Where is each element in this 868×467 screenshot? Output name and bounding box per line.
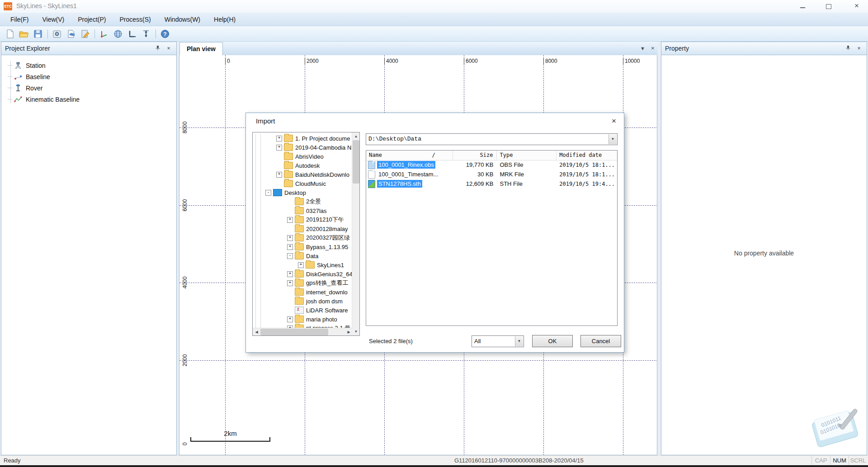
tree-expander[interactable]: + bbox=[287, 316, 293, 322]
folder-tree-item[interactable]: 2全景 bbox=[253, 197, 353, 206]
scroll-right-icon[interactable]: ▶ bbox=[345, 328, 353, 336]
pin-icon[interactable] bbox=[155, 45, 162, 52]
open-folder-icon[interactable] bbox=[19, 28, 29, 39]
folder-tree-item[interactable]: + DiskGenius32_64 bbox=[253, 269, 353, 278]
close-button[interactable]: × bbox=[846, 0, 867, 13]
x-axis-tick-label: 2000 bbox=[305, 58, 319, 64]
coordinate-axes-icon[interactable] bbox=[99, 28, 109, 39]
folder-tree-item[interactable]: CloudMusic bbox=[253, 179, 353, 188]
tree-expander[interactable]: + bbox=[287, 271, 293, 277]
folder-tree-item[interactable]: - Desktop bbox=[253, 188, 353, 197]
vertical-scrollbar[interactable]: ▲ ▼ bbox=[352, 132, 359, 335]
svg-text:?: ? bbox=[163, 31, 166, 37]
tab-plan-view[interactable]: Plan view bbox=[179, 42, 223, 56]
tree-item-station[interactable]: Station bbox=[1, 60, 176, 71]
tree-expander[interactable]: + bbox=[287, 217, 293, 223]
scroll-down-icon[interactable]: ▼ bbox=[352, 328, 360, 335]
title-bar: STC SkyLines - SkyLines1 × bbox=[0, 0, 868, 13]
toolbar-separator bbox=[47, 29, 48, 38]
file-row[interactable]: 100_0001_Timestam... 30 KB MRK File 2019… bbox=[366, 170, 617, 179]
folder-tree-item[interactable]: - Data bbox=[253, 251, 353, 260]
save-icon[interactable] bbox=[33, 28, 43, 39]
menu-item[interactable]: Project(P) bbox=[71, 13, 113, 26]
menu-item[interactable]: View(V) bbox=[35, 13, 71, 26]
import-page-icon[interactable] bbox=[66, 28, 76, 39]
maximize-button[interactable] bbox=[818, 0, 839, 13]
filter-combobox[interactable]: All ▼ bbox=[472, 335, 524, 347]
tree-expander[interactable]: + bbox=[276, 172, 282, 178]
edit-page-icon[interactable] bbox=[80, 28, 90, 39]
folder-tree-item[interactable]: + BaiduNetdiskDownlo bbox=[253, 170, 353, 179]
tree-expander[interactable]: + bbox=[287, 280, 293, 286]
taskbar-sliver bbox=[0, 465, 868, 467]
binary-notepad-watermark: 0101011 0101010 bbox=[807, 403, 864, 450]
scrollbar-thumb[interactable] bbox=[260, 329, 328, 335]
minimize-button[interactable] bbox=[792, 0, 813, 13]
window-title: SkyLines - SkyLines1 bbox=[16, 2, 77, 9]
close-icon[interactable]: × bbox=[651, 45, 655, 52]
tree-expander[interactable]: + bbox=[298, 262, 304, 268]
column-header-size[interactable]: Size bbox=[453, 151, 497, 160]
chevron-down-icon[interactable]: ▼ bbox=[640, 46, 645, 51]
folder-tree-item[interactable]: + Bypass_1.13.95 bbox=[253, 242, 353, 251]
y-axis-tick-label: 0 bbox=[182, 434, 188, 453]
close-icon[interactable]: × bbox=[165, 45, 172, 52]
help-icon[interactable]: ? bbox=[160, 28, 170, 39]
tree-item-baseline[interactable]: Baseline bbox=[1, 71, 176, 82]
close-icon[interactable]: × bbox=[609, 117, 618, 126]
menu-item[interactable]: File(F) bbox=[4, 13, 35, 26]
folder-tree-item[interactable]: 0327las bbox=[253, 206, 353, 215]
folder-tree-item[interactable]: internet_downlo bbox=[253, 288, 353, 297]
ok-button[interactable]: OK bbox=[532, 335, 573, 347]
tree-expander[interactable]: - bbox=[287, 253, 293, 259]
menu-item[interactable]: Help(H) bbox=[207, 13, 242, 26]
tree-item-kinematic-baseline[interactable]: Kinematic Baseline bbox=[1, 94, 176, 105]
scrollbar-thumb[interactable] bbox=[353, 140, 359, 184]
folder-tree-item[interactable]: josh dom dsm bbox=[253, 297, 353, 306]
folder-tree-item[interactable]: 20200128malay bbox=[253, 224, 353, 233]
folder-tree-item[interactable]: AbrisVideo bbox=[253, 152, 353, 161]
key-indicator: SCRL bbox=[849, 456, 867, 466]
folder-tree-item[interactable]: + gps转换_查看工 bbox=[253, 278, 353, 288]
folder-tree-item[interactable]: + 20200327园区绿 bbox=[253, 233, 353, 242]
project-settings-icon[interactable] bbox=[52, 28, 62, 39]
chevron-down-icon[interactable]: ▼ bbox=[609, 134, 617, 144]
tree-item-label: Kinematic Baseline bbox=[26, 96, 80, 103]
tree-item-rover[interactable]: Rover bbox=[1, 82, 176, 94]
property-title: Property bbox=[665, 45, 689, 52]
folder-tree-item[interactable]: LiDAR Software bbox=[253, 306, 353, 315]
file-row[interactable]: 100_0001_Rinex.obs 19,770 KB OBS File 20… bbox=[366, 160, 617, 170]
pin-icon[interactable] bbox=[845, 45, 853, 52]
file-row[interactable]: STN1278HS.sth 12,609 KB STH File 2019/10… bbox=[366, 179, 617, 189]
tree-expander[interactable]: + bbox=[287, 235, 293, 241]
folder-tree-item[interactable]: + SkyLines1 bbox=[253, 260, 353, 269]
scroll-left-icon[interactable]: ◀ bbox=[253, 328, 260, 336]
column-header-type[interactable]: Type bbox=[497, 151, 557, 160]
close-icon[interactable]: × bbox=[855, 45, 863, 52]
axis-ruler-icon[interactable] bbox=[127, 28, 137, 39]
folder-icon bbox=[284, 153, 293, 160]
height-measure-icon[interactable] bbox=[141, 28, 151, 39]
column-header-modified[interactable]: Modified date bbox=[557, 151, 617, 160]
folder-tree-item[interactable]: + 20191210下午 bbox=[253, 215, 353, 224]
tree-expander[interactable]: - bbox=[265, 190, 271, 196]
folder-tree-item[interactable]: Autodesk bbox=[253, 161, 353, 170]
chevron-down-icon[interactable]: ▼ bbox=[515, 336, 523, 346]
column-header-name[interactable]: Name / bbox=[366, 151, 453, 160]
path-combobox[interactable]: D:\Desktop\Data ▼ bbox=[366, 133, 618, 145]
file-name: STN1278HS.sth bbox=[377, 180, 422, 188]
horizontal-scrollbar[interactable]: ◀ ▶ bbox=[253, 328, 353, 335]
menu-item[interactable]: Windows(W) bbox=[158, 13, 207, 26]
tree-expander[interactable]: + bbox=[276, 136, 282, 142]
folder-tree-item[interactable]: + 1. Pr Project docume bbox=[253, 134, 353, 143]
globe-icon[interactable] bbox=[113, 28, 123, 39]
cancel-button[interactable]: Cancel bbox=[580, 335, 621, 347]
menu-item[interactable]: Process(S) bbox=[113, 13, 157, 26]
folder-tree-item[interactable]: + 2019-04-Cambodia N bbox=[253, 143, 353, 152]
scroll-up-icon[interactable]: ▲ bbox=[352, 132, 360, 140]
tree-expander[interactable]: + bbox=[276, 145, 282, 151]
new-file-icon[interactable] bbox=[5, 28, 15, 39]
file-list: Name / Size Type Modified date 100_0001_… bbox=[366, 150, 618, 326]
tree-expander[interactable]: + bbox=[287, 244, 293, 250]
folder-tree-item[interactable]: + maria photo bbox=[253, 315, 353, 324]
